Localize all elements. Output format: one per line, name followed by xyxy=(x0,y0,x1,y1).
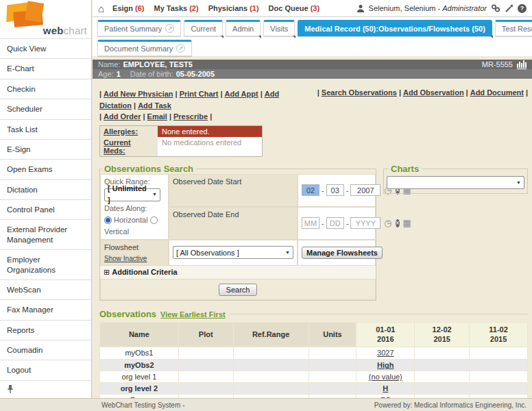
ref-range-cell xyxy=(233,383,309,395)
prescribe-link[interactable]: Prescribe xyxy=(173,112,208,121)
end-day-input[interactable] xyxy=(326,217,344,229)
quick-range-select[interactable]: [ Unlimited ] ▼ xyxy=(104,188,160,201)
search-button[interactable]: Search xyxy=(219,284,258,296)
tab-menu-indicator[interactable] xyxy=(221,36,223,38)
horizontal-radio[interactable] xyxy=(104,216,112,224)
separator: | xyxy=(220,90,222,98)
add-task-link[interactable]: Add Task xyxy=(138,101,171,110)
manage-flowsheets-button[interactable]: Manage Flowsheets xyxy=(302,247,383,259)
separator: | xyxy=(466,88,468,97)
nav-esign[interactable]: Esign(6) xyxy=(112,4,144,12)
user-area: Selenium, Selenium - Administrator ? xyxy=(356,4,527,13)
charts-select[interactable]: ▼ xyxy=(387,176,524,189)
sidebar-item-external-provider-management[interactable]: External Provider Management xyxy=(0,219,91,249)
webchart-logo[interactable]: webchart xyxy=(0,0,91,38)
search-panels: Observations Search Observed Date Start … xyxy=(99,164,528,301)
link-chain-icon[interactable] xyxy=(491,4,500,12)
user-name[interactable]: Selenium, Selenium - Administrator xyxy=(369,4,487,12)
sidebar-item-coumadin[interactable]: Coumadin xyxy=(0,340,91,360)
tab-patient-summary[interactable]: Patient Summary ↗ xyxy=(97,20,181,36)
tab-menu-indicator[interactable] xyxy=(293,36,295,38)
tab-test-results[interactable]: Test Results xyxy=(495,20,532,36)
footer-right-text: Powered by: Medical Informatics Engineer… xyxy=(374,401,527,409)
wand-icon[interactable] xyxy=(505,4,513,13)
flowsheet-select[interactable]: [ All Observations ] ▼ xyxy=(173,246,293,259)
add-new-physician-link[interactable]: Add New Physician xyxy=(104,90,173,98)
mr-number: MR-5555 xyxy=(482,60,513,69)
time-icon[interactable]: ◷ xyxy=(384,219,391,227)
nav-count: (2) xyxy=(189,4,198,12)
vertical-label: Vertical xyxy=(104,227,129,236)
tab-visits[interactable]: Visits xyxy=(263,20,295,36)
sidebar-item-fax-manager[interactable]: Fax Manager xyxy=(0,299,91,319)
col-date-2[interactable]: 12-022015 xyxy=(415,322,470,347)
obs-name: org level 2 xyxy=(100,383,179,395)
search-observations-link[interactable]: Search Observations xyxy=(322,88,397,97)
calendar-icon[interactable]: ▦ xyxy=(403,219,411,227)
sidebar-item-logout[interactable]: Logout xyxy=(0,360,91,379)
view-earliest-first-link[interactable]: View Earliest First xyxy=(160,310,226,319)
mr-area: MR-5555 xyxy=(482,60,527,69)
sidebar-item-webscan[interactable]: WebScan xyxy=(0,279,91,299)
current-meds-link[interactable]: Current Meds: xyxy=(104,138,131,155)
add-appt-link[interactable]: Add Appt xyxy=(225,90,258,98)
tab-menu-indicator[interactable] xyxy=(490,36,493,38)
email-link[interactable]: Email xyxy=(147,112,167,121)
show-inactive-link[interactable]: Show Inactive xyxy=(104,254,147,263)
tab-menu-indicator[interactable] xyxy=(258,36,261,38)
start-day-input[interactable] xyxy=(326,184,344,196)
popout-icon[interactable]: ↗ xyxy=(176,44,185,53)
home-icon[interactable]: ⌂ xyxy=(98,3,104,14)
start-year-input[interactable] xyxy=(350,184,380,196)
observations-search-panel: Observations Search Observed Date Start … xyxy=(99,164,376,301)
print-chart-link[interactable]: Print Chart xyxy=(180,90,219,98)
tab-document-summary[interactable]: Document Summary ↗ xyxy=(97,40,192,56)
nav-doc-queue[interactable]: Doc Queue(3) xyxy=(269,4,320,12)
current-meds-value: No medications entered xyxy=(158,137,262,156)
nav-my-tasks[interactable]: My Tasks(2) xyxy=(154,4,198,12)
tab-medical-record-observations[interactable]: Medical Record (50):Observations/Flowshe… xyxy=(298,20,492,36)
tab-admin[interactable]: Admin xyxy=(226,20,261,36)
patient-name: EMPLOYEE, TEST5 xyxy=(123,60,192,69)
sidebar-item-quick-view[interactable]: Quick View xyxy=(0,38,91,58)
allergies-link[interactable]: Allergies: xyxy=(104,127,138,136)
observations-section: Observations View Earliest First Name Pl… xyxy=(99,309,528,411)
obs-value-link[interactable]: (no value) xyxy=(369,373,402,381)
add-observation-link[interactable]: Add Observation xyxy=(403,88,464,97)
popout-icon[interactable]: ↗ xyxy=(165,24,174,33)
sidebar-item-e-chart[interactable]: E-Chart xyxy=(0,58,91,78)
tab-label: Patient Summary xyxy=(104,25,162,33)
patient-chart-icon[interactable] xyxy=(517,60,527,69)
sidebar-item-task-list[interactable]: Task List xyxy=(0,119,91,139)
observed-date-start-label: Observed Date Start xyxy=(169,174,298,207)
add-order-link[interactable]: Add Order xyxy=(104,112,141,121)
obs-value-link[interactable]: High xyxy=(377,361,394,369)
clear-date-icon[interactable]: × xyxy=(396,219,400,227)
obs-value-link[interactable]: 30 xyxy=(377,349,385,358)
sidebar-item-checkin[interactable]: Checkin xyxy=(0,79,91,99)
quick-range-area: Quick Range: [ Unlimited ] ▼ Dates Along… xyxy=(100,174,169,240)
sidebar-item-open-exams[interactable]: Open Exams xyxy=(0,159,91,179)
col-date-3[interactable]: 11-022015 xyxy=(470,322,528,347)
table-row-myobs1: myObs1 3027 xyxy=(100,347,528,360)
vertical-radio[interactable] xyxy=(150,216,158,224)
plot-cell xyxy=(178,347,233,360)
sidebar-item-dictation[interactable]: Dictation xyxy=(0,179,91,199)
obs-value-link[interactable]: 27 xyxy=(385,349,394,358)
sidebar-item-employer-organizations[interactable]: Employer Organizations xyxy=(0,249,91,279)
separator: | xyxy=(526,88,528,97)
additional-criteria-toggle[interactable]: ⊞Additional Criteria xyxy=(100,266,376,279)
add-document-link[interactable]: Add Document xyxy=(470,88,524,97)
sidebar-item-reports[interactable]: Reports xyxy=(0,320,91,340)
end-year-input[interactable] xyxy=(350,217,380,229)
col-date-1[interactable]: 01-012016 xyxy=(356,322,415,347)
start-month-input[interactable] xyxy=(302,184,319,196)
tab-current[interactable]: Current xyxy=(184,20,223,36)
sidebar-item-control-panel[interactable]: Control Panel xyxy=(0,199,91,219)
sidebar-item-scheduler[interactable]: Scheduler xyxy=(0,99,91,119)
obs-value-link[interactable]: H xyxy=(383,384,388,393)
help-icon[interactable]: ? xyxy=(518,4,527,13)
end-month-input[interactable] xyxy=(302,217,319,229)
nav-physicians[interactable]: Physicians(1) xyxy=(208,4,259,12)
sidebar-item-e-sign[interactable]: E-Sign xyxy=(0,139,91,159)
